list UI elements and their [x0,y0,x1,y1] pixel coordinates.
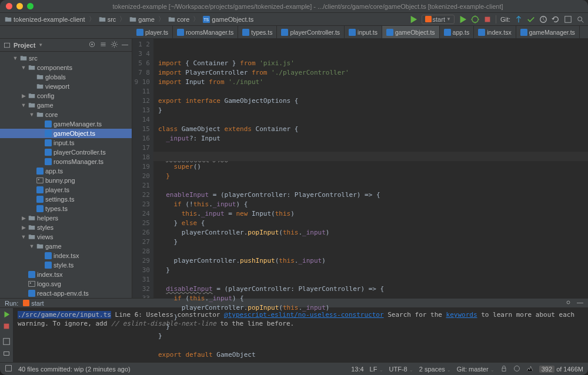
git-branch[interactable]: Git: master ⌄ [457,366,495,373]
search-everywhere-button[interactable] [576,15,584,24]
code-editor[interactable]: 1 2 3 4 5 6 7 8 9 10 11 12 13 14 15 16 1… [132,39,588,360]
file-encoding[interactable]: UTF-8 ⌄ [389,366,413,373]
breadcrumb-item[interactable]: TS gameObject.ts [202,16,255,23]
ts-file-icon [444,29,451,36]
vcs-status[interactable]: 40 files committed: wip (2 minutes ago) [18,366,131,373]
vcs-history-button[interactable] [539,15,547,24]
tree-item[interactable]: ▼views [0,232,132,242]
tree-item[interactable]: ▼game [0,242,132,251]
folder-icon [36,243,44,250]
rerun-icon[interactable] [2,310,11,320]
svg-rect-11 [281,29,288,36]
editor-tab[interactable]: app.ts [440,26,475,38]
editor-tab[interactable]: gameObject.ts [382,26,440,38]
tree-item[interactable]: ▶styles [0,223,132,232]
inspection-icon[interactable] [513,365,520,373]
maximize-window-button[interactable] [27,3,34,9]
expand-arrow[interactable]: ▶ [21,93,26,99]
project-tree[interactable]: ▼src▼componentsglobalsviewport▶config▼ga… [0,52,132,298]
build-button[interactable] [409,15,417,24]
tree-item[interactable]: logo.svg [0,279,132,289]
stop-icon[interactable] [2,322,11,332]
settings-icon[interactable] [111,41,118,49]
tree-item[interactable]: playerController.ts [0,148,132,157]
vcs-update-button[interactable] [514,15,523,24]
minimize-window-button[interactable] [16,3,23,9]
expand-arrow[interactable]: ▼ [21,234,26,240]
vcs-revert-button[interactable] [552,15,560,24]
close-window-button[interactable] [6,3,12,9]
tree-item[interactable]: player.ts [0,185,132,195]
tree-item[interactable]: ▶config [0,91,132,101]
editor-tab[interactable]: roomsManager.ts [173,26,238,38]
tree-item-label: viewport [45,83,69,90]
vcs-commit-button[interactable] [527,15,535,24]
expand-arrow[interactable]: ▼ [21,65,26,71]
breadcrumb-item[interactable]: src [98,16,118,23]
editor-tab[interactable]: gameManager.ts [516,26,580,38]
expand-arrow[interactable]: ▼ [21,102,26,108]
tree-item[interactable]: ▼core [0,110,132,119]
project-tool-header[interactable]: Project ▼ — [0,39,132,52]
editor-tab[interactable]: types.ts [238,26,277,38]
select-opened-file-icon[interactable] [88,41,96,49]
code-area[interactable]: import { Container } from 'pixi.js' impo… [153,39,588,360]
tree-item[interactable]: types.ts [0,204,132,213]
tree-item[interactable]: ▼src [0,53,132,63]
breadcrumb-item[interactable]: game [128,16,156,23]
tree-item[interactable]: input.ts [0,138,132,148]
tree-item[interactable]: gameObject.ts [0,129,132,138]
tree-item[interactable]: globals [0,72,132,82]
lock-icon[interactable] [500,365,507,373]
breadcrumb-item[interactable]: tokenized-example-client [4,16,86,23]
breadcrumb-item[interactable]: core [167,16,191,23]
cursor-position[interactable]: 13:4 [351,366,363,373]
stop-button[interactable] [483,15,492,24]
expand-all-icon[interactable] [99,41,107,49]
expand-arrow[interactable]: ▼ [29,243,35,249]
svg-rect-33 [45,262,52,269]
hide-icon[interactable]: — [122,41,128,49]
tree-item[interactable]: index.tsx [0,270,132,279]
run-config-select[interactable]: start ▼ [422,15,455,24]
indent-settings[interactable]: 2 spaces ⌄ [419,366,451,373]
tree-item[interactable]: bunny.png [0,176,132,185]
expand-arrow[interactable]: ▼ [29,112,35,118]
line-separator[interactable]: LF ⌄ [370,366,383,373]
tree-item[interactable]: gameManager.ts [0,119,132,129]
tree-item[interactable]: viewport [0,82,132,91]
tree-item[interactable]: react-app-env.d.ts [0,289,132,298]
svg-rect-15 [478,29,485,36]
tool-window-quick-icon[interactable] [5,364,12,373]
memory-indicator[interactable]: 392 of 1466M [539,366,583,373]
editor-tab[interactable]: playerController.ts [277,26,345,38]
folder-icon [36,73,44,81]
tree-item[interactable]: ▶helpers [0,213,132,223]
tree-item[interactable]: settings.ts [0,195,132,204]
ide-settings-icon[interactable] [564,15,572,24]
editor-tab[interactable]: input.ts [345,26,382,38]
tree-item[interactable]: ▼components [0,63,132,72]
expand-arrow[interactable]: ▶ [21,215,26,221]
tree-item[interactable]: index.tsx [0,251,132,260]
editor-tab[interactable]: player.ts [132,26,173,38]
processes-icon[interactable] [526,365,533,373]
layout-icon[interactable] [2,337,11,347]
print-icon[interactable] [2,349,11,359]
tree-item[interactable]: roomsManager.ts [0,157,132,166]
tree-item[interactable]: app.ts [0,166,132,176]
tree-item[interactable]: style.ts [0,260,132,270]
tree-item-label: app.ts [45,168,63,175]
tree-item-label: src [29,55,38,62]
folder-icon [36,83,44,90]
svg-rect-12 [349,29,356,36]
run-button[interactable] [459,15,467,24]
expand-arrow[interactable]: ▼ [12,55,18,61]
expand-arrow[interactable]: ▶ [21,225,26,230]
tree-item[interactable]: ▼game [0,101,132,110]
tree-item-label: gameManager.ts [54,120,102,128]
editor-tab[interactable]: index.tsx [474,26,516,38]
debug-button[interactable] [471,15,479,24]
run-config-name[interactable]: start [23,300,44,307]
tree-item-label: core [45,111,58,118]
